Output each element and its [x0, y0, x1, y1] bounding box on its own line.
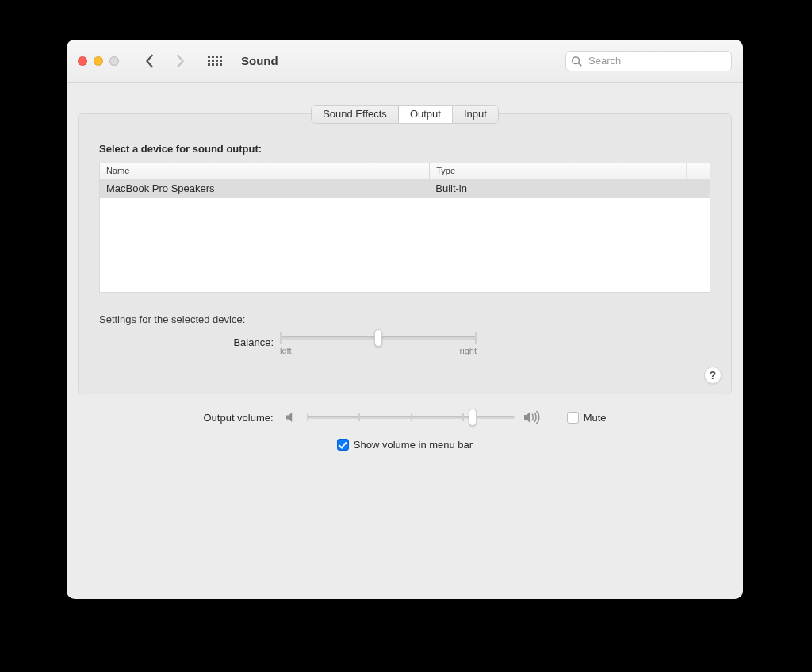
- window-zoom-button[interactable]: [109, 56, 119, 66]
- titlebar: Sound: [67, 40, 743, 83]
- output-volume-thumb[interactable]: [469, 409, 477, 426]
- mute-label: Mute: [584, 412, 607, 424]
- output-panel: Select a device for sound output: Name T…: [78, 113, 732, 394]
- window-minimize-button[interactable]: [94, 56, 103, 66]
- output-volume-label: Output volume:: [203, 412, 273, 424]
- column-header-type[interactable]: Type: [429, 163, 686, 179]
- select-device-heading: Select a device for sound output:: [99, 143, 710, 155]
- show-volume-menubar-wrap[interactable]: Show volume in menu bar: [337, 439, 473, 451]
- chevron-left-icon: [144, 54, 155, 68]
- nav-back-button[interactable]: [140, 50, 160, 72]
- search-icon: [571, 56, 582, 67]
- tab-input[interactable]: Input: [453, 106, 498, 123]
- device-row-type: Built-in: [429, 182, 710, 195]
- mute-checkbox[interactable]: [567, 412, 579, 424]
- column-header-spacer: [686, 163, 710, 179]
- svg-point-0: [573, 56, 580, 63]
- balance-label: Balance:: [99, 336, 280, 348]
- window-title: Sound: [241, 54, 278, 67]
- nav-forward-button[interactable]: [170, 50, 190, 72]
- balance-slider[interactable]: [280, 336, 477, 340]
- output-volume-slider[interactable]: [307, 416, 515, 419]
- volume-min-icon: [285, 411, 299, 424]
- volume-max-icon: [523, 410, 542, 424]
- window-close-button[interactable]: [78, 56, 87, 66]
- tab-sound-effects[interactable]: Sound Effects: [312, 106, 399, 123]
- device-table-header: Name Type: [100, 163, 710, 179]
- window-controls: [78, 56, 119, 66]
- chevron-right-icon: [174, 54, 186, 68]
- tab-group: Sound Effects Output Input: [311, 105, 499, 124]
- bottom-strip: Output volume:: [78, 394, 732, 451]
- search-input[interactable]: [565, 51, 732, 71]
- mute-checkbox-wrap[interactable]: Mute: [567, 412, 607, 424]
- tab-output[interactable]: Output: [399, 106, 453, 123]
- search-field-wrap: [565, 51, 732, 71]
- content-area: Sound Effects Output Input Select a devi…: [67, 83, 743, 599]
- balance-right-label: right: [460, 346, 477, 355]
- column-header-name[interactable]: Name: [100, 163, 429, 179]
- show-all-prefs-button[interactable]: [206, 52, 224, 70]
- balance-slider-thumb[interactable]: [374, 329, 382, 347]
- show-volume-menubar-label: Show volume in menu bar: [354, 439, 473, 451]
- svg-line-1: [579, 63, 582, 66]
- show-volume-menubar-checkbox[interactable]: [337, 439, 349, 451]
- device-row-name: MacBook Pro Speakers: [100, 182, 429, 195]
- sound-preferences-window: Sound Sound Effects Output Input Select …: [67, 40, 743, 599]
- balance-left-label: left: [280, 346, 292, 355]
- selected-device-settings-heading: Settings for the selected device:: [99, 313, 710, 325]
- device-row[interactable]: MacBook Pro Speakers Built-in: [100, 179, 710, 198]
- device-table: Name Type MacBook Pro Speakers Built-in: [99, 163, 710, 293]
- device-table-body: MacBook Pro Speakers Built-in: [100, 179, 710, 292]
- help-button[interactable]: ?: [704, 367, 722, 384]
